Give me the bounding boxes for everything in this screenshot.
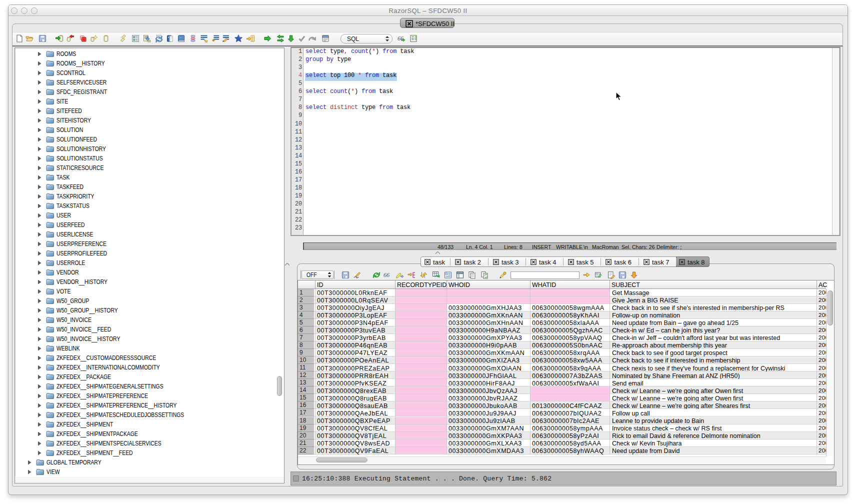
svg-text:66: 66 (384, 272, 390, 278)
svg-text:66: 66 (398, 35, 404, 42)
